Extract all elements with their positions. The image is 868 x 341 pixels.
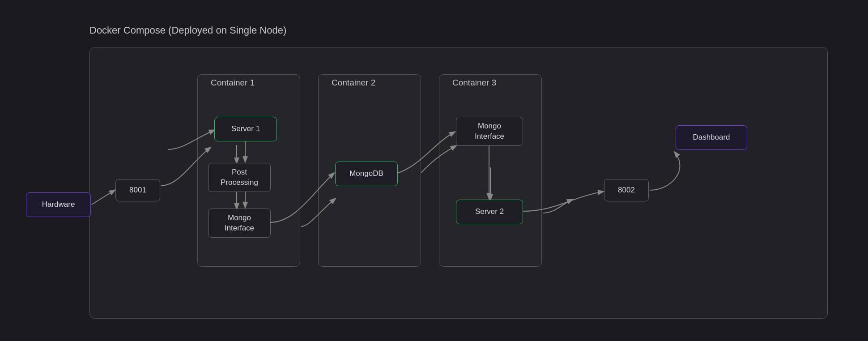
- mongo-interface-c1-node: MongoInterface: [208, 209, 271, 238]
- hardware-node: Hardware: [26, 192, 91, 217]
- post-processing-node: PostProcessing: [208, 163, 271, 192]
- diagram-wrapper: Docker Compose (Deployed on Single Node)…: [89, 25, 828, 319]
- container-3-box: [439, 74, 542, 267]
- server2-node: Server 2: [456, 200, 523, 224]
- container-1-label: Container 1: [211, 78, 255, 88]
- server1-node: Server 1: [214, 117, 277, 141]
- port-8001-node: 8001: [115, 179, 160, 201]
- port-8002-node: 8002: [604, 179, 649, 201]
- dashboard-node: Dashboard: [676, 125, 747, 150]
- mongodb-node: MongoDB: [335, 162, 398, 186]
- outer-label: Docker Compose (Deployed on Single Node): [89, 25, 828, 36]
- container-2-label: Container 2: [332, 78, 375, 88]
- container-3-label: Container 3: [452, 78, 496, 88]
- mongo-interface-c3-node: MongoInterface: [456, 117, 523, 146]
- outer-box: Container 1 Container 2 Container 3: [89, 47, 828, 319]
